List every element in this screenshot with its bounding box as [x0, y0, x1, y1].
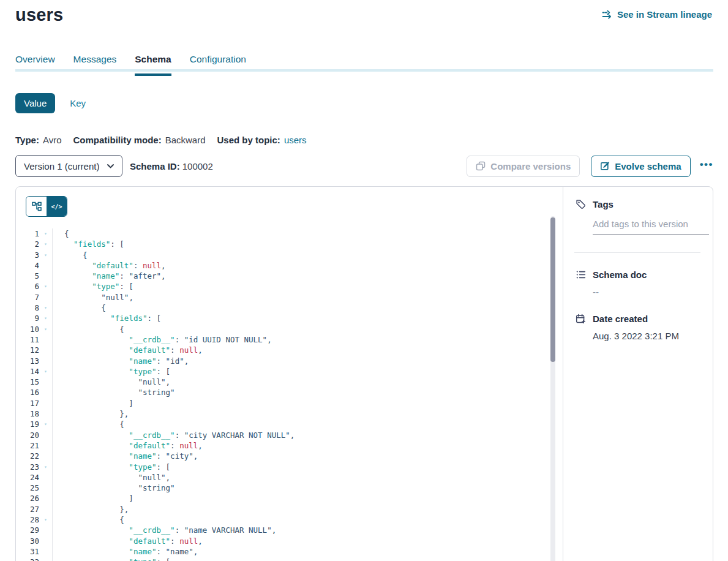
more-actions-button[interactable]: ••• — [700, 159, 713, 173]
code-text: "default": null, — [52, 536, 548, 546]
fold-spacer — [39, 292, 52, 303]
code-text: "type": [ — [52, 462, 548, 472]
line-number: 19 — [16, 419, 39, 429]
version-controls-row: Version 1 (current) Schema ID:100002 Com… — [15, 155, 713, 177]
line-number: 17 — [16, 398, 39, 409]
tags-section-header: Tags — [576, 199, 698, 209]
sidebar-divider — [574, 252, 700, 253]
code-text: "string" — [52, 387, 548, 397]
code-line: 8▾ { — [16, 303, 548, 313]
code-line: 24 "null", — [16, 472, 548, 483]
key-value-toggle: Value Key — [15, 93, 86, 113]
fold-spacer — [39, 356, 52, 366]
fold-spacer — [39, 440, 52, 451]
stream-lineage-icon — [602, 10, 613, 20]
line-number: 2 — [16, 239, 39, 249]
line-number: 32 — [16, 557, 39, 561]
code-text: "__crdb__": "name VARCHAR NULL", — [52, 525, 548, 535]
fold-spacer — [39, 451, 52, 461]
schema-doc-title: Schema doc — [593, 269, 647, 280]
fold-toggle-icon[interactable]: ▾ — [39, 366, 52, 377]
fold-spacer — [39, 334, 52, 345]
fold-toggle-icon[interactable]: ▾ — [39, 228, 52, 239]
evolve-schema-label: Evolve schema — [615, 161, 681, 171]
meta-label: Type: — [15, 135, 39, 145]
fold-toggle-icon[interactable]: ▾ — [39, 557, 52, 561]
code-view-button[interactable]: </> — [47, 197, 67, 216]
fold-toggle-icon[interactable]: ▾ — [39, 281, 52, 292]
code-line: 16 "string" — [16, 387, 548, 397]
line-number: 1 — [16, 228, 39, 239]
fold-spacer — [39, 536, 52, 546]
line-number: 31 — [16, 546, 39, 557]
code-line: 29 "__crdb__": "name VARCHAR NULL", — [16, 525, 548, 535]
tree-view-button[interactable] — [26, 197, 47, 216]
meta-item: Compatibility mode:Backward — [73, 135, 205, 145]
fold-toggle-icon[interactable]: ▾ — [39, 462, 52, 472]
code-line: 14▾ "type": [ — [16, 366, 548, 377]
date-created-section: Date created Aug. 3 2022 3:21 PM — [576, 314, 698, 341]
code-text: "default": null, — [52, 440, 548, 451]
add-tags-input[interactable] — [593, 219, 709, 235]
editor-scrollbar-thumb[interactable] — [550, 217, 555, 362]
code-text: "name": "name", — [52, 546, 548, 557]
compare-versions-button[interactable]: Compare versions — [467, 156, 580, 177]
fold-toggle-icon[interactable]: ▾ — [39, 303, 52, 313]
code-text: "type": [ — [52, 366, 548, 377]
fold-toggle-icon[interactable]: ▾ — [39, 250, 52, 260]
code-text: "__crdb__": "id UUID NOT NULL", — [52, 334, 548, 345]
calendar-icon — [576, 314, 586, 324]
line-number: 16 — [16, 387, 39, 397]
line-number: 21 — [16, 440, 39, 451]
tree-view-icon — [32, 201, 42, 211]
code-text: "name": "city", — [52, 451, 548, 461]
code-line: 26 ] — [16, 493, 548, 503]
editor-scrollbar[interactable] — [550, 216, 555, 561]
fold-toggle-icon[interactable]: ▾ — [39, 324, 52, 334]
schema-id-value: 100002 — [182, 161, 213, 171]
evolve-schema-button[interactable]: Evolve schema — [591, 156, 690, 177]
code-line: 30 "default": null, — [16, 536, 548, 546]
code-text: { — [52, 514, 548, 525]
date-created-title: Date created — [593, 314, 648, 324]
version-select[interactable]: Version 1 (current) — [15, 155, 122, 177]
code-editor[interactable]: 1▾{2▾ "fields": [3▾ {4 "default": null,5… — [16, 228, 548, 561]
code-line: 9▾ "fields": [ — [16, 313, 548, 323]
line-number: 20 — [16, 430, 39, 440]
fold-spacer — [39, 504, 52, 514]
code-line: 6▾ "type": [ — [16, 281, 548, 292]
code-text: "fields": [ — [52, 239, 548, 249]
line-number: 30 — [16, 536, 39, 546]
schema-page: users See in Stream lineage OverviewMess… — [0, 0, 728, 561]
code-line: 19▾ { — [16, 419, 548, 429]
meta-value-link[interactable]: users — [284, 135, 307, 145]
schema-code-pane: </> 1▾{2▾ "fields": [3▾ {4 "default": nu… — [16, 187, 563, 561]
line-number: 18 — [16, 409, 39, 419]
meta-value: Avro — [43, 135, 62, 145]
code-text: "name": "after", — [52, 271, 548, 281]
editor-view-toggle: </> — [26, 196, 67, 217]
code-view-icon: </> — [51, 203, 62, 210]
line-number: 24 — [16, 472, 39, 483]
code-text: { — [52, 324, 548, 334]
fold-spacer — [39, 409, 52, 419]
code-text: ] — [52, 493, 548, 503]
line-number: 3 — [16, 250, 39, 260]
stream-lineage-link[interactable]: See in Stream lineage — [602, 9, 712, 20]
fold-toggle-icon[interactable]: ▾ — [39, 313, 52, 323]
line-number: 9 — [16, 313, 39, 323]
code-line: 12 "default": null, — [16, 345, 548, 355]
fold-toggle-icon[interactable]: ▾ — [39, 239, 52, 249]
meta-item: Used by topic:users — [217, 135, 307, 145]
fold-toggle-icon[interactable]: ▾ — [39, 419, 52, 429]
fold-spacer — [39, 525, 52, 535]
line-number: 8 — [16, 303, 39, 313]
code-lines: 1▾{2▾ "fields": [3▾ {4 "default": null,5… — [16, 228, 548, 561]
schema-id-label: Schema ID: — [130, 161, 180, 171]
fold-toggle-icon[interactable]: ▾ — [39, 514, 52, 525]
line-number: 23 — [16, 462, 39, 472]
fold-spacer — [39, 377, 52, 387]
key-tab-button[interactable]: Key — [70, 98, 86, 108]
code-text: { — [52, 419, 548, 429]
value-tab-button[interactable]: Value — [15, 93, 55, 113]
